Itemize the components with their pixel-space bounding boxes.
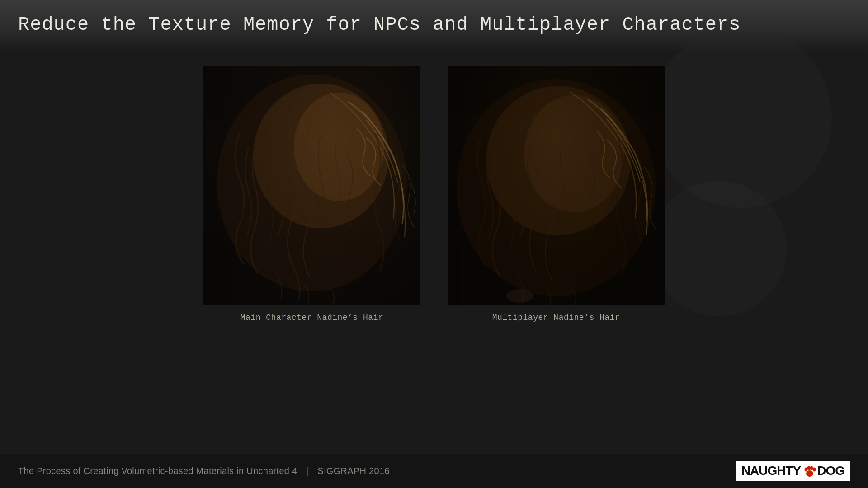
right-hair-svg — [448, 66, 665, 305]
footer-presentation: The Process of Creating Volumetric-based… — [18, 466, 297, 476]
header-bar: Reduce the Texture Memory for NPCs and M… — [0, 0, 868, 52]
right-hair-image — [448, 66, 665, 305]
logo-text-left: NAUGHTY — [741, 464, 801, 478]
svg-point-11 — [807, 466, 811, 470]
footer-separator: | — [306, 466, 309, 476]
left-hair-svg — [203, 66, 420, 305]
right-image-caption: Multiplayer Nadine’s Hair — [492, 313, 620, 322]
logo-text-right: DOG — [817, 464, 844, 478]
svg-point-12 — [810, 466, 813, 470]
left-hair-canvas — [203, 66, 420, 305]
footer: The Process of Creating Volumetric-based… — [0, 454, 868, 488]
main-content: Main Character Nadine’s Hair — [0, 52, 868, 322]
naughty-dog-logo: NAUGHTY DOG — [736, 461, 850, 481]
slide-title: Reduce the Texture Memory for NPCs and M… — [18, 13, 850, 38]
svg-point-10 — [805, 468, 808, 472]
right-hair-canvas — [448, 66, 665, 305]
left-image-caption: Main Character Nadine’s Hair — [241, 313, 383, 322]
right-image-block: Multiplayer Nadine’s Hair — [448, 66, 665, 322]
svg-point-9 — [806, 470, 813, 477]
svg-point-13 — [813, 468, 816, 472]
paw-icon — [802, 464, 817, 478]
svg-point-3 — [294, 93, 384, 201]
left-image-block: Main Character Nadine’s Hair — [203, 66, 420, 322]
footer-left: The Process of Creating Volumetric-based… — [18, 466, 390, 476]
left-hair-image — [203, 66, 420, 305]
footer-conference: SIGGRAPH 2016 — [317, 466, 390, 476]
svg-point-8 — [506, 289, 533, 303]
